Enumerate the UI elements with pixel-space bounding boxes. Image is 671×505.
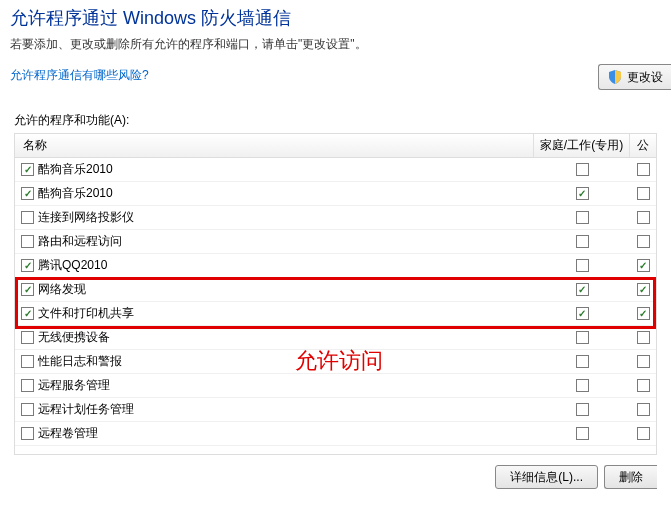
table-row[interactable]: 远程服务管理 <box>15 374 656 398</box>
name-checkbox[interactable] <box>21 187 34 200</box>
column-public[interactable]: 公 <box>630 134 656 157</box>
home-checkbox[interactable] <box>576 211 589 224</box>
column-home[interactable]: 家庭/工作(专用) <box>534 134 630 157</box>
home-checkbox[interactable] <box>576 235 589 248</box>
row-label: 性能日志和警报 <box>38 353 122 370</box>
row-label: 酷狗音乐2010 <box>38 161 113 178</box>
public-checkbox[interactable] <box>637 403 650 416</box>
table-row[interactable]: 远程计划任务管理 <box>15 398 656 422</box>
risk-link[interactable]: 允许程序通信有哪些风险? <box>10 68 149 82</box>
row-label: 文件和打印机共享 <box>38 305 134 322</box>
change-settings-button[interactable]: 更改设 <box>598 64 671 90</box>
table-header: 名称 家庭/工作(专用) 公 <box>15 134 656 158</box>
row-label: 酷狗音乐2010 <box>38 185 113 202</box>
public-checkbox[interactable] <box>637 427 650 440</box>
name-checkbox[interactable] <box>21 259 34 272</box>
table-row[interactable]: 文件和打印机共享 <box>15 302 656 326</box>
details-button[interactable]: 详细信息(L)... <box>495 465 598 489</box>
row-label: 连接到网络投影仪 <box>38 209 134 226</box>
table-row[interactable]: 性能日志和警报 <box>15 350 656 374</box>
public-checkbox[interactable] <box>637 379 650 392</box>
row-label: 远程计划任务管理 <box>38 401 134 418</box>
public-checkbox[interactable] <box>637 259 650 272</box>
name-checkbox[interactable] <box>21 307 34 320</box>
section-label: 允许的程序和功能(A): <box>14 112 671 129</box>
name-checkbox[interactable] <box>21 379 34 392</box>
programs-table: 名称 家庭/工作(专用) 公 酷狗音乐2010酷狗音乐2010连接到网络投影仪路… <box>14 133 657 455</box>
name-checkbox[interactable] <box>21 427 34 440</box>
public-checkbox[interactable] <box>637 235 650 248</box>
change-settings-label: 更改设 <box>627 69 663 86</box>
name-checkbox[interactable] <box>21 403 34 416</box>
table-row[interactable]: 网络发现 <box>15 278 656 302</box>
public-checkbox[interactable] <box>637 211 650 224</box>
public-checkbox[interactable] <box>637 187 650 200</box>
table-row[interactable]: 酷狗音乐2010 <box>15 182 656 206</box>
name-checkbox[interactable] <box>21 331 34 344</box>
public-checkbox[interactable] <box>637 283 650 296</box>
shield-icon <box>607 69 623 85</box>
public-checkbox[interactable] <box>637 355 650 368</box>
name-checkbox[interactable] <box>21 163 34 176</box>
home-checkbox[interactable] <box>576 379 589 392</box>
page-title: 允许程序通过 Windows 防火墙通信 <box>10 6 661 30</box>
row-label: 网络发现 <box>38 281 86 298</box>
table-row[interactable]: 连接到网络投影仪 <box>15 206 656 230</box>
row-label: 远程服务管理 <box>38 377 110 394</box>
delete-button[interactable]: 删除 <box>604 465 657 489</box>
name-checkbox[interactable] <box>21 211 34 224</box>
public-checkbox[interactable] <box>637 163 650 176</box>
table-row[interactable]: 无线便携设备 <box>15 326 656 350</box>
row-label: 无线便携设备 <box>38 329 110 346</box>
page-desc: 若要添加、更改或删除所有允许的程序和端口，请单击"更改设置"。 <box>10 36 661 53</box>
row-label: 远程卷管理 <box>38 425 98 442</box>
column-name[interactable]: 名称 <box>15 134 534 157</box>
table-row[interactable]: 远程卷管理 <box>15 422 656 446</box>
name-checkbox[interactable] <box>21 235 34 248</box>
home-checkbox[interactable] <box>576 307 589 320</box>
table-row[interactable]: 酷狗音乐2010 <box>15 158 656 182</box>
home-checkbox[interactable] <box>576 187 589 200</box>
public-checkbox[interactable] <box>637 307 650 320</box>
home-checkbox[interactable] <box>576 427 589 440</box>
table-row[interactable]: 腾讯QQ2010 <box>15 254 656 278</box>
home-checkbox[interactable] <box>576 403 589 416</box>
row-label: 路由和远程访问 <box>38 233 122 250</box>
table-row[interactable]: 路由和远程访问 <box>15 230 656 254</box>
home-checkbox[interactable] <box>576 283 589 296</box>
name-checkbox[interactable] <box>21 355 34 368</box>
home-checkbox[interactable] <box>576 259 589 272</box>
home-checkbox[interactable] <box>576 331 589 344</box>
name-checkbox[interactable] <box>21 283 34 296</box>
public-checkbox[interactable] <box>637 331 650 344</box>
row-label: 腾讯QQ2010 <box>38 257 107 274</box>
home-checkbox[interactable] <box>576 355 589 368</box>
home-checkbox[interactable] <box>576 163 589 176</box>
